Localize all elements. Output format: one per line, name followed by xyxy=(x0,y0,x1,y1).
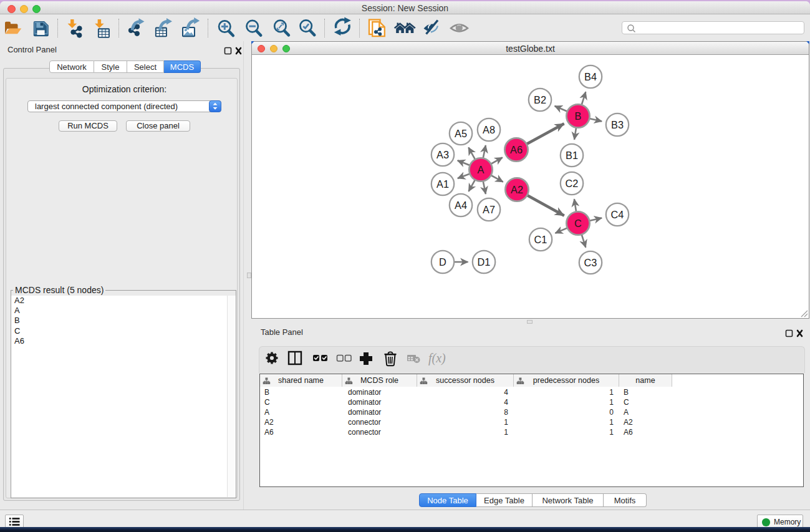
svg-text:f(x): f(x) xyxy=(428,351,446,365)
svg-text:A7: A7 xyxy=(483,204,495,215)
svg-text:B: B xyxy=(575,110,582,122)
svg-text:B4: B4 xyxy=(584,71,597,82)
svg-text:B2: B2 xyxy=(534,94,546,105)
svg-text:A2: A2 xyxy=(511,184,523,195)
svg-text:A3: A3 xyxy=(436,149,449,160)
svg-text:C4: C4 xyxy=(611,209,624,220)
svg-text:C: C xyxy=(574,218,582,229)
svg-text:D: D xyxy=(439,256,446,268)
svg-text:A8: A8 xyxy=(483,124,495,135)
svg-text:D1: D1 xyxy=(478,256,491,268)
svg-text:B3: B3 xyxy=(611,119,624,130)
svg-text:C3: C3 xyxy=(584,257,597,268)
svg-text:B1: B1 xyxy=(566,150,578,161)
svg-text:C1: C1 xyxy=(534,234,547,245)
svg-text:A6: A6 xyxy=(510,144,523,155)
svg-text:A5: A5 xyxy=(455,128,467,139)
svg-text:A: A xyxy=(478,164,485,175)
svg-text:A1: A1 xyxy=(436,178,449,190)
svg-text:A4: A4 xyxy=(455,200,467,211)
svg-text:C2: C2 xyxy=(566,178,579,189)
